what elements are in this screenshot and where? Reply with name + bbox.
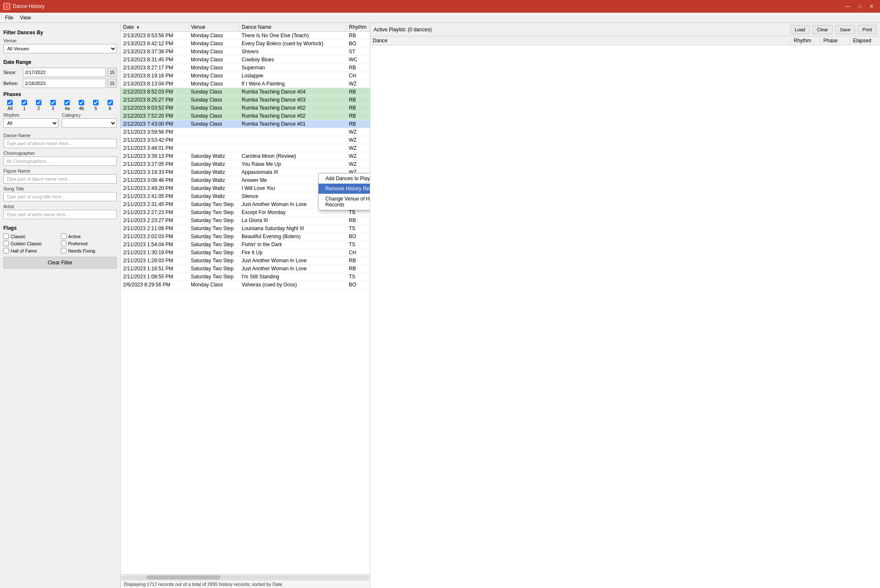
maximize-button[interactable]: □: [855, 2, 865, 11]
scrollbar-thumb[interactable]: [146, 575, 221, 580]
close-button[interactable]: ✕: [866, 2, 877, 11]
venue-select[interactable]: All Venues: [3, 44, 117, 53]
flag-golden-classic-checkbox[interactable]: [3, 241, 9, 246]
table-row[interactable]: 2/12/2023 7:52:20 PMSunday ClassRumba Te…: [121, 112, 370, 120]
cell-date: 2/12/2023 8:25:27 PM: [121, 96, 188, 104]
phase-2: 2: [32, 100, 46, 111]
since-calendar-button[interactable]: 15: [107, 68, 117, 77]
phase-4a-checkbox[interactable]: [64, 100, 70, 105]
phase-1-checkbox[interactable]: [22, 100, 27, 105]
col-date[interactable]: Date ▼: [121, 23, 188, 32]
table-row[interactable]: 2/13/2023 8:19:16 PMMonday ClassLoslappi…: [121, 72, 370, 80]
col-dance-name[interactable]: Dance Name: [239, 23, 346, 32]
table-row[interactable]: 2/13/2023 8:27:17 PMMonday ClassSuperman…: [121, 64, 370, 72]
history-table-container[interactable]: Date ▼ Venue Dance Name Rhythm 2/13/2023…: [121, 23, 370, 574]
phase-3-checkbox[interactable]: [50, 100, 56, 105]
cell-date: 2/11/2023 3:08:46 PM: [121, 176, 188, 184]
table-row[interactable]: 2/11/2023 1:16:51 PMSaturday Two StepJus…: [121, 265, 370, 273]
flag-needs-fixing-checkbox[interactable]: [61, 248, 66, 253]
clear-filter-button[interactable]: Clear Filter: [3, 257, 117, 269]
table-row[interactable]: 2/11/2023 3:27:05 PMSaturday WaltzYou Ra…: [121, 160, 370, 168]
table-row[interactable]: 2/12/2023 8:25:27 PMSunday ClassRumba Te…: [121, 96, 370, 104]
flag-active-label: Active: [68, 234, 81, 239]
save-button[interactable]: Save: [835, 25, 855, 34]
flag-preferred-checkbox[interactable]: [61, 241, 66, 246]
clear-button[interactable]: Clear: [812, 25, 833, 34]
song-title-label: Song Title: [3, 186, 117, 191]
cell-date: 2/12/2023 8:52:03 PM: [121, 88, 188, 96]
table-row[interactable]: 2/11/2023 1:28:03 PMSaturday Two StepJus…: [121, 257, 370, 265]
cell-dance: Just Another Woman In Love: [239, 257, 346, 265]
table-row[interactable]: 2/11/2023 3:48:01 PMWZ: [121, 144, 370, 152]
context-remove-records-label: Remove History Records: [325, 186, 370, 192]
figure-name-input[interactable]: [3, 174, 117, 184]
table-row[interactable]: 2/11/2023 1:54:04 PMSaturday Two StepFis…: [121, 241, 370, 249]
table-row[interactable]: 2/11/2023 3:53:42 PMWZ: [121, 136, 370, 144]
col-rhythm[interactable]: Rhythm: [346, 23, 370, 32]
song-title-input[interactable]: [3, 192, 117, 201]
phase-2-checkbox[interactable]: [36, 100, 41, 105]
minimize-button[interactable]: —: [843, 2, 853, 11]
since-input[interactable]: [23, 68, 106, 77]
horizontal-scrollbar[interactable]: [121, 574, 370, 580]
phase-5-checkbox[interactable]: [93, 100, 99, 105]
table-row[interactable]: 2/11/2023 3:59:56 PMWZ: [121, 128, 370, 136]
cell-venue: Saturday Two Step: [188, 257, 239, 265]
rhythm-select[interactable]: All: [3, 118, 58, 128]
context-add-dances[interactable]: Add Dances to Playlist: [319, 173, 370, 184]
flag-needs-fixing-label: Needs Fixing: [68, 248, 95, 253]
before-calendar-button[interactable]: 15: [107, 79, 117, 88]
table-row[interactable]: 2/13/2023 8:31:45 PMMonday ClassCowboy B…: [121, 56, 370, 64]
cell-rhythm: RB: [346, 265, 370, 273]
title-bar-controls: — □ ✕: [843, 2, 877, 11]
cell-rhythm: BO: [346, 233, 370, 241]
sort-arrow-date: ▼: [136, 25, 140, 30]
context-change-venue[interactable]: Change Venue of History Records ▶: [319, 194, 370, 210]
table-row[interactable]: 2/11/2023 1:08:55 PMSaturday Two StepI'm…: [121, 273, 370, 281]
status-bar: Displaying 1717 records out of a total o…: [121, 580, 370, 588]
col-venue[interactable]: Venue: [188, 23, 239, 32]
cell-venue: Saturday Two Step: [188, 201, 239, 209]
table-row[interactable]: 2/13/2023 8:53:56 PMMonday ClassThere Is…: [121, 32, 370, 40]
flag-active-checkbox[interactable]: [61, 234, 66, 239]
table-row[interactable]: 2/13/2023 8:37:38 PMMonday ClassShiversS…: [121, 48, 370, 56]
table-row[interactable]: 2/12/2023 7:43:00 PMSunday ClassRumba Te…: [121, 120, 370, 128]
menu-file[interactable]: File: [2, 14, 16, 22]
table-row[interactable]: 2/12/2023 8:03:52 PMSunday ClassRumba Te…: [121, 104, 370, 112]
table-row[interactable]: 2/13/2023 8:42:12 PMMonday ClassEvery Da…: [121, 40, 370, 48]
artist-input[interactable]: [3, 210, 117, 219]
category-item: Category: [62, 113, 117, 130]
load-button[interactable]: Load: [790, 25, 810, 34]
table-row[interactable]: 2/11/2023 2:02:03 PMSaturday Two StepBea…: [121, 233, 370, 241]
choreographer-input[interactable]: [3, 157, 117, 166]
phase-2-label: 2: [37, 106, 40, 111]
print-button[interactable]: Print: [858, 25, 877, 34]
dance-name-input[interactable]: [3, 139, 117, 148]
phase-all-checkbox[interactable]: [7, 100, 13, 105]
table-row[interactable]: 2/11/2023 3:39:13 PMSaturday WaltzCaroli…: [121, 152, 370, 160]
table-row[interactable]: 2/11/2023 2:11:06 PMSaturday Two StepLou…: [121, 225, 370, 233]
before-input[interactable]: [23, 79, 106, 88]
cell-venue: Monday Class: [188, 40, 239, 48]
category-select[interactable]: [62, 118, 117, 128]
cell-dance: Fire It Up: [239, 249, 346, 257]
table-row[interactable]: 2/11/2023 1:30:19 PMSaturday Two StepFir…: [121, 249, 370, 257]
flags-grid: Classic Active Golden Classic Preferred …: [3, 234, 117, 253]
phase-6-checkbox[interactable]: [107, 100, 113, 105]
cell-dance: La Gloria III: [239, 217, 346, 225]
context-remove-records[interactable]: Remove History Records: [319, 184, 370, 194]
menu-view[interactable]: View: [16, 14, 34, 22]
cell-rhythm: RB: [346, 217, 370, 225]
flag-hall-of-fame-checkbox[interactable]: [3, 248, 9, 253]
cell-rhythm: ST: [346, 48, 370, 56]
table-row[interactable]: 2/13/2023 8:13:04 PMMonday ClassIf I Wer…: [121, 80, 370, 88]
flag-preferred: Preferred: [61, 241, 117, 246]
table-row[interactable]: 2/6/2023 8:29:56 PMMonday ClassVolveras …: [121, 281, 370, 289]
table-row[interactable]: 2/12/2023 8:52:03 PMSunday ClassRumba Te…: [121, 88, 370, 96]
cell-date: 2/11/2023 3:27:05 PM: [121, 160, 188, 168]
cell-rhythm: CH: [346, 72, 370, 80]
flag-classic-checkbox[interactable]: [3, 234, 9, 239]
table-row[interactable]: 2/11/2023 2:23:27 PMSaturday Two StepLa …: [121, 217, 370, 225]
date-range-label: Date Range: [3, 59, 117, 65]
phase-4b-checkbox[interactable]: [79, 100, 84, 105]
